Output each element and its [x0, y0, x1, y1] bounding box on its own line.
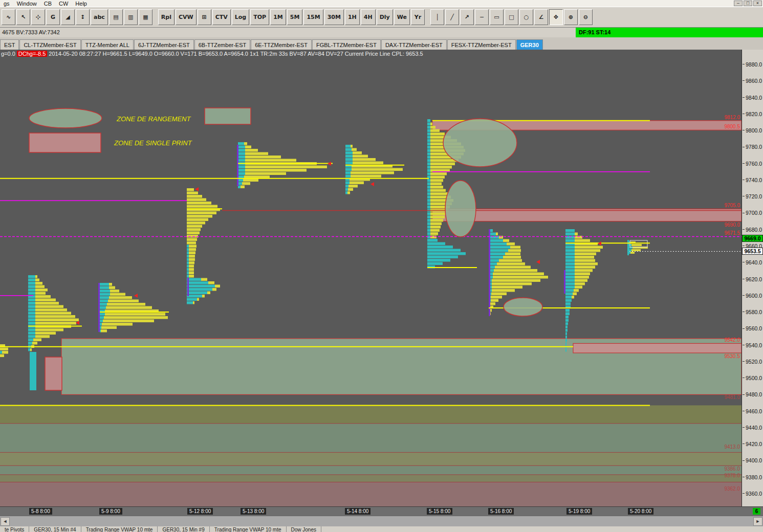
tpo-bar-cyan	[565, 332, 567, 336]
log-scale-button[interactable]: Log	[232, 9, 249, 25]
tab-est[interactable]: EST	[0, 39, 19, 50]
chartbook-tab-bar: te PivotsGER30, 15 Min #4Trading Range V…	[0, 526, 763, 532]
menu-gs[interactable]: gs	[0, 1, 13, 7]
tpo-bar-yellow	[492, 279, 540, 282]
tpo-bar-yellow	[35, 299, 56, 302]
cvw-button[interactable]: CVW	[176, 9, 197, 25]
timeframe-weekly-button[interactable]: We	[394, 9, 410, 25]
pan-hand-tool-icon[interactable]: ✥	[549, 9, 563, 25]
tpo-bar-cyan	[565, 339, 567, 342]
menu-cb[interactable]: CB	[40, 1, 55, 7]
rectangle-tool-icon[interactable]: □	[505, 9, 518, 25]
tpo-bar-yellow	[189, 245, 197, 248]
chartbook-tab-trading-range-vwap-10-mte[interactable]: Trading Range VWAP 10 mte	[81, 526, 158, 532]
study-tool-icon[interactable]: ◢	[61, 9, 75, 25]
replay-button[interactable]: Rpl	[158, 9, 175, 25]
tpo-bar-yellow	[35, 315, 75, 318]
menu-window[interactable]: Window	[13, 1, 40, 7]
timeframe-daily-button[interactable]: Dly	[377, 9, 393, 25]
flat-rectangle-tool-icon[interactable]: ▭	[490, 9, 504, 25]
tpo-bar-cyan	[28, 308, 35, 312]
scale-tool-icon[interactable]: ↕	[76, 9, 90, 25]
layout-columns-icon[interactable]: ▥	[124, 9, 138, 25]
chart-area[interactable]: g=0.0DChg=-8.52014-05-20 08:27:27 H=9661…	[0, 50, 742, 506]
tab-6e-ttzmember-est[interactable]: 6E-TTZMember-EST	[251, 39, 312, 50]
timeframe-15m-button[interactable]: 15M	[303, 9, 323, 25]
tpo-bar-yellow	[35, 322, 76, 325]
tpo-bar-cyan	[565, 253, 575, 256]
scroll-left-icon[interactable]: ◄	[1, 517, 10, 526]
maximize-button[interactable]: □	[744, 1, 752, 6]
tpo-bar-yellow	[108, 300, 139, 303]
chartbook-tab-ger30-15-min-4[interactable]: GER30, 15 Min #4	[29, 526, 81, 532]
wave-tool-icon[interactable]: ∿	[2, 9, 15, 25]
tpo-bar-cyan	[238, 152, 245, 156]
tpo-bar-cyan	[100, 313, 105, 316]
text-tool-icon[interactable]: abc	[91, 9, 108, 25]
tpo-bar-yellow	[499, 259, 522, 262]
zone-price-label: 9413.0	[724, 444, 740, 450]
ctv-button[interactable]: CTV	[212, 9, 231, 25]
tab-cl-ttzmember-est[interactable]: CL-TTZMember-EST	[19, 39, 80, 50]
timeframe-1m-button[interactable]: 1M	[270, 9, 286, 25]
info-prefix: g=0.0	[1, 51, 15, 57]
horizontal-line-tool-icon[interactable]: ─	[475, 9, 489, 25]
timeframe-5m-button[interactable]: 5M	[287, 9, 303, 25]
top-button[interactable]: TOP	[250, 9, 269, 25]
price-tick-label: 9480.0	[746, 391, 762, 397]
minimize-button[interactable]: –	[734, 1, 743, 6]
chartbook-tab-te-pivots[interactable]: te Pivots	[0, 526, 29, 532]
zoom-in-tool-icon[interactable]: ⊕	[564, 9, 578, 25]
tpo-bar-yellow	[189, 261, 194, 264]
crosshair-tool-icon[interactable]: ⊹	[31, 9, 45, 25]
price-tick-label: 9640.0	[746, 259, 762, 265]
chart-values-tool-icon[interactable]: G	[46, 9, 60, 25]
timeframe-1h-button[interactable]: 1H	[345, 9, 360, 25]
price-tick-label: 9780.0	[746, 144, 762, 150]
timeframe-4h-button[interactable]: 4H	[361, 9, 376, 25]
tick-dash	[743, 493, 745, 494]
tpo-bar-yellow	[35, 295, 51, 298]
scroll-right-icon[interactable]: ►	[753, 517, 762, 526]
tpo-bar-yellow	[2, 351, 8, 354]
ray-tool-icon[interactable]: ↗	[460, 9, 474, 25]
menu-help[interactable]: Help	[72, 1, 91, 7]
market-profile-canvas[interactable]: ZONE DE RANGEMENTZONE DE SINGLE PRINT981…	[0, 50, 742, 506]
tick-dash	[743, 213, 745, 213]
chartbook-tab-trading-range-vwap-10-mte[interactable]: Trading Range VWAP 10 mte	[210, 526, 287, 532]
tab-6j-ttzmember-est[interactable]: 6J-TTZMember-EST	[134, 39, 194, 50]
tpo-bar-cyan	[427, 126, 430, 129]
tpo-bar-cyan	[187, 255, 189, 258]
trendline-tool-icon[interactable]: ╱	[445, 9, 459, 25]
tab-dax-ttzmember-est[interactable]: DAX-TTZMember-EST	[381, 39, 447, 50]
close-button[interactable]: ×	[753, 1, 762, 6]
tpo-bar-yellow	[107, 303, 145, 306]
info-main: 2014-05-20 08:27:27 H=9661.5 L=9649.0 O=…	[49, 51, 423, 57]
tpo-bar-cyan	[489, 239, 503, 242]
tab-ttz-member-all[interactable]: TTZ-Member ALL	[81, 39, 134, 50]
ellipse-tool-icon[interactable]: ○	[519, 9, 533, 25]
tpo-bar-cyan	[565, 313, 570, 316]
tab-ger30[interactable]: GER30	[516, 39, 543, 50]
pointer-tool-icon[interactable]: ↖	[16, 9, 30, 25]
tpo-bar-cyan	[427, 152, 430, 156]
time-axis[interactable]: 5-8 8:005-9 8:005-12 8:005-13 8:005-14 8…	[0, 506, 763, 516]
tpo-bar-yellow	[187, 205, 217, 208]
chartbook-tab-dow-jones[interactable]: Dow Jones	[287, 526, 321, 532]
tab-fesx-ttzmember-est[interactable]: FESX-TTZMember-EST	[447, 39, 516, 50]
horizontal-scrollbar[interactable]: ◄ ►	[0, 516, 763, 526]
layout-rows-icon[interactable]: ▤	[109, 9, 123, 25]
tpo-bar-cyan	[565, 262, 575, 265]
vertical-line-tool-icon[interactable]: │	[430, 9, 444, 25]
timeframe-30m-button[interactable]: 30M	[324, 9, 344, 25]
zoom-out-tool-icon[interactable]: ⊖	[579, 9, 593, 25]
chartbook-tab-ger30-15-min-9[interactable]: GER30, 15 Min #9	[158, 526, 209, 532]
price-axis[interactable]: 9880.09860.09840.09820.09800.09780.09760…	[742, 50, 763, 506]
menu-cw[interactable]: CW	[55, 1, 72, 7]
timeframe-yearly-button[interactable]: Yr	[411, 9, 425, 25]
tab-6b-ttzember-est[interactable]: 6B-TTZember-EST	[194, 39, 251, 50]
angle-tool-icon[interactable]: ∠	[534, 9, 548, 25]
tab-fgbl-ttzmember-est[interactable]: FGBL-TTZMember-EST	[312, 39, 381, 50]
quote-grid-icon[interactable]: ⊞	[198, 9, 211, 25]
layout-grid-icon[interactable]: ▦	[139, 9, 152, 25]
